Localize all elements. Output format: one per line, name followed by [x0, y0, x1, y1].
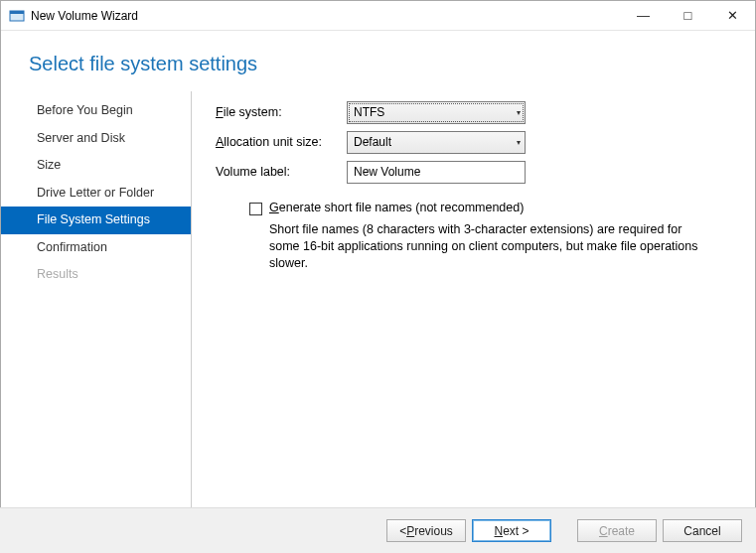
- previous-button[interactable]: < Previous: [386, 519, 466, 542]
- label-volume-label: Volume label:: [216, 165, 347, 179]
- page-title: Select file system settings: [29, 53, 755, 75]
- create-button: Create: [577, 519, 657, 542]
- step-server-and-disk[interactable]: Server and Disk: [1, 125, 191, 153]
- wizard-steps: Before You Begin Server and Disk Size Dr…: [1, 97, 191, 289]
- dropdown-file-system-value: NTFS: [354, 105, 384, 119]
- dropdown-file-system[interactable]: NTFS ▾: [347, 101, 526, 124]
- input-volume-label-value: New Volume: [354, 165, 420, 179]
- maximize-button[interactable]: □: [666, 1, 710, 30]
- row-volume-label: Volume label: New Volume: [216, 157, 725, 187]
- label-file-system: File system:: [216, 105, 347, 119]
- input-volume-label[interactable]: New Volume: [347, 161, 526, 184]
- step-results: Results: [1, 261, 191, 289]
- step-confirmation[interactable]: Confirmation: [1, 234, 191, 262]
- minimize-button[interactable]: —: [621, 1, 666, 30]
- cancel-button[interactable]: Cancel: [663, 519, 742, 542]
- row-allocation: Allocation unit size: Default ▾: [216, 127, 725, 157]
- window-title: New Volume Wizard: [31, 9, 621, 23]
- step-before-you-begin[interactable]: Before You Begin: [1, 97, 191, 125]
- dropdown-allocation[interactable]: Default ▾: [347, 131, 526, 154]
- app-icon: [9, 8, 25, 24]
- checkbox-short-names[interactable]: [249, 203, 262, 215]
- step-file-system-settings[interactable]: File System Settings: [1, 207, 191, 234]
- window-controls: — □ ✕: [621, 1, 755, 30]
- sidebar: Before You Begin Server and Disk Size Dr…: [1, 91, 192, 518]
- chevron-down-icon: ▾: [517, 138, 521, 147]
- label-short-names: Generate short file names (not recommend…: [269, 201, 524, 214]
- dropdown-allocation-value: Default: [354, 135, 391, 149]
- step-drive-letter[interactable]: Drive Letter or Folder: [1, 180, 191, 207]
- label-allocation: Allocation unit size:: [216, 135, 347, 149]
- titlebar: New Volume Wizard — □ ✕: [1, 1, 755, 31]
- close-button[interactable]: ✕: [710, 1, 755, 30]
- row-file-system: File system: NTFS ▾: [216, 97, 725, 127]
- step-size[interactable]: Size: [1, 152, 191, 180]
- form-area: File system: NTFS ▾ Allocation unit size…: [192, 91, 755, 518]
- chevron-down-icon: ▾: [517, 108, 521, 117]
- desc-short-names: Short file names (8 characters with 3-ch…: [269, 221, 715, 272]
- wizard-body: Before You Begin Server and Disk Size Dr…: [1, 83, 755, 518]
- next-button[interactable]: Next >: [472, 519, 551, 542]
- svg-rect-1: [10, 11, 24, 14]
- footer: < Previous Next > Create Cancel: [0, 507, 756, 553]
- page-header: Select file system settings: [1, 31, 755, 83]
- row-short-names: Generate short file names (not recommend…: [249, 201, 725, 215]
